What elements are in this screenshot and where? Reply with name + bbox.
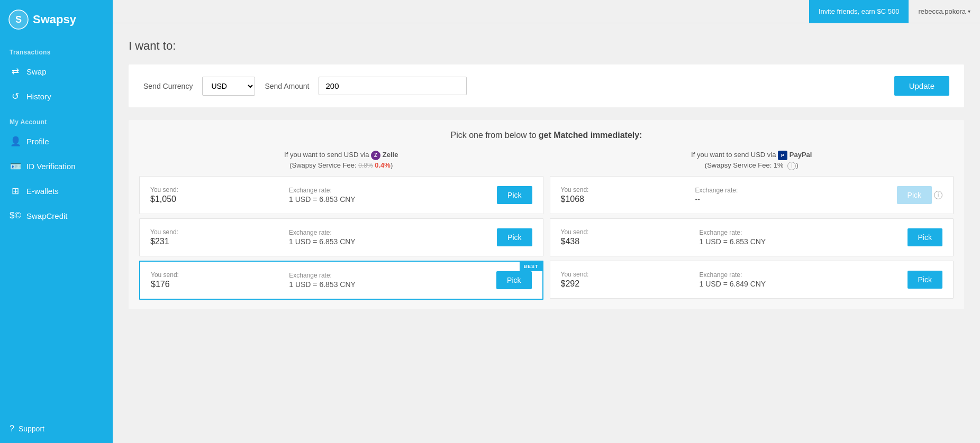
svg-text:S: S <box>15 14 22 25</box>
zelle-card-1-info: You send: $1,050 <box>150 186 289 204</box>
sidebar-support[interactable]: ? Support <box>0 414 113 443</box>
info-icon[interactable]: i <box>787 162 796 170</box>
content-area: I want to: Send Currency USD CNY EUR GBP… <box>113 23 980 443</box>
swapsy-logo-icon: S <box>8 10 29 30</box>
zelle-pick-btn-2[interactable]: Pick <box>497 228 532 246</box>
paypal-c1-rate-value: -- <box>695 195 897 204</box>
paypal-c1-send-label: You send: <box>561 186 695 193</box>
paypal-c3-rate-label: Exchange rate: <box>700 271 908 279</box>
zelle-name: Zelle <box>383 151 398 159</box>
sidebar-logo: S Swapsy <box>0 0 113 39</box>
zelle-c1-send-value: $1,050 <box>150 195 289 204</box>
sidebar-ewallets-label: E-wallets <box>26 187 59 196</box>
paypal-c1-send-value: $1068 <box>561 195 695 204</box>
paypal-card-3-info: You send: $292 <box>561 271 700 289</box>
zelle-c1-send-label: You send: <box>150 186 289 193</box>
zelle-icon: Z <box>371 151 380 160</box>
sidebar-swap-label: Swap <box>26 67 47 76</box>
sidebar-item-history[interactable]: ↺ History <box>0 84 113 109</box>
transactions-section-label: Transactions <box>0 39 113 59</box>
zelle-card-3-rate: Exchange rate: 1 USD = 6.853 CNY <box>289 272 496 289</box>
paypal-card-1: You send: $1068 Exchange rate: -- Pick i <box>550 176 954 214</box>
paypal-c2-send-label: You send: <box>561 228 700 236</box>
send-amount-label: Send Amount <box>265 82 309 90</box>
zelle-card-2: You send: $231 Exchange rate: 1 USD = 6.… <box>139 218 543 256</box>
sidebar-history-label: History <box>26 92 51 101</box>
sidebar-id-label: ID Verification <box>26 162 76 171</box>
zelle-c3-send-value: $176 <box>151 280 289 289</box>
ewallets-icon: ⊞ <box>10 186 21 197</box>
paypal-card-3-rate: Exchange rate: 1 USD = 6.849 CNY <box>700 271 908 288</box>
history-icon: ↺ <box>10 91 21 102</box>
zelle-card-1: You send: $1,050 Exchange rate: 1 USD = … <box>139 176 543 214</box>
app-logo-text: Swapsy <box>33 13 76 26</box>
best-badge: BEST <box>520 262 542 271</box>
sidebar-item-swap[interactable]: ⇄ Swap <box>0 59 113 84</box>
zelle-c1-rate-label: Exchange rate: <box>289 187 497 194</box>
paypal-name: PayPal <box>790 151 812 159</box>
paypal-pick-btn-1[interactable]: Pick <box>897 186 932 204</box>
paypal-c3-rate-value: 1 USD = 6.849 CNY <box>700 280 908 288</box>
zelle-c1-rate-value: 1 USD = 6.853 CNY <box>289 195 497 204</box>
zelle-c3-send-label: You send: <box>151 271 289 279</box>
paypal-pick-btn-2[interactable]: Pick <box>908 228 942 246</box>
paypal-card-1-info-icon[interactable]: i <box>934 191 942 199</box>
pick-section: Pick one from below to get Matched immed… <box>129 120 964 309</box>
zelle-card-1-rate: Exchange rate: 1 USD = 6.853 CNY <box>289 187 497 204</box>
zelle-c2-rate-label: Exchange rate: <box>289 229 497 236</box>
paypal-c2-rate-value: 1 USD = 6.853 CNY <box>700 237 908 246</box>
zelle-header-text: If you want to send USD via <box>284 151 369 159</box>
sidebar-item-id-verification[interactable]: 🪪 ID Verification <box>0 154 113 179</box>
send-amount-input[interactable] <box>319 77 467 95</box>
sidebar-profile-label: Profile <box>26 137 49 146</box>
paypal-column-header: If you want to send USD via P PayPal (Sw… <box>550 150 954 171</box>
zelle-pick-btn-3[interactable]: Pick <box>496 271 531 289</box>
zelle-card-3-info: You send: $176 <box>151 271 289 289</box>
paypal-fee-label: Swapsy Service Fee: 1% <box>707 161 784 169</box>
paypal-card-2-info: You send: $438 <box>561 228 700 246</box>
sidebar: S Swapsy Transactions ⇄ Swap ↺ History M… <box>0 0 113 443</box>
swapcredit-icon: $© <box>10 210 21 221</box>
zelle-fee-label: Swapsy Service Fee: <box>292 161 357 169</box>
sidebar-support-label: Support <box>19 424 44 433</box>
zelle-card-3: You send: $176 Exchange rate: 1 USD = 6.… <box>139 261 543 300</box>
zelle-column-header: If you want to send USD via Z Zelle (Swa… <box>139 150 543 171</box>
paypal-c3-send-value: $292 <box>561 279 700 289</box>
currency-select[interactable]: USD CNY EUR GBP CAD <box>202 77 255 96</box>
paypal-card-1-rate: Exchange rate: -- <box>695 187 897 204</box>
profile-icon: 👤 <box>10 136 21 147</box>
zelle-c3-rate-value: 1 USD = 6.853 CNY <box>289 280 496 289</box>
id-verification-icon: 🪪 <box>10 161 21 172</box>
send-form: Send Currency USD CNY EUR GBP CAD Send A… <box>129 64 964 107</box>
zelle-column: If you want to send USD via Z Zelle (Swa… <box>139 150 543 304</box>
zelle-pick-btn-1[interactable]: Pick <box>497 186 532 204</box>
sidebar-item-ewallets[interactable]: ⊞ E-wallets <box>0 179 113 204</box>
sidebar-swapcredit-label: SwapCredit <box>26 211 68 220</box>
pick-title-plain: Pick one from below to <box>451 131 539 140</box>
my-account-section-label: My Account <box>0 109 113 129</box>
paypal-card-3: You send: $292 Exchange rate: 1 USD = 6.… <box>550 261 954 299</box>
paypal-c3-send-label: You send: <box>561 271 700 278</box>
sidebar-item-profile[interactable]: 👤 Profile <box>0 129 113 154</box>
paypal-header-text: If you want to send USD via <box>691 151 776 159</box>
header: Invite friends, earn $C 500 rebecca.poko… <box>113 0 980 23</box>
paypal-c2-send-value: $438 <box>561 237 700 246</box>
sidebar-item-swapcredit[interactable]: $© SwapCredit <box>0 204 113 228</box>
paypal-c2-rate-label: Exchange rate: <box>700 229 908 236</box>
paypal-icon: P <box>778 151 787 160</box>
columns: If you want to send USD via Z Zelle (Swa… <box>139 150 954 304</box>
pick-title: Pick one from below to get Matched immed… <box>139 131 954 140</box>
main-area: Invite friends, earn $C 500 rebecca.poko… <box>113 0 980 443</box>
page-title: I want to: <box>129 39 964 53</box>
zelle-c2-send-label: You send: <box>150 228 289 236</box>
user-name: rebecca.pokora <box>918 7 966 15</box>
paypal-pick-btn-3[interactable]: Pick <box>908 271 942 289</box>
update-button[interactable]: Update <box>894 76 949 96</box>
chevron-down-icon: ▾ <box>968 8 970 14</box>
paypal-card-2-rate: Exchange rate: 1 USD = 6.853 CNY <box>700 229 908 246</box>
support-icon: ? <box>10 424 14 433</box>
paypal-c1-rate-label: Exchange rate: <box>695 187 897 194</box>
invite-button[interactable]: Invite friends, earn $C 500 <box>809 0 909 23</box>
zelle-c2-send-value: $231 <box>150 237 289 246</box>
user-menu[interactable]: rebecca.pokora ▾ <box>909 7 980 15</box>
